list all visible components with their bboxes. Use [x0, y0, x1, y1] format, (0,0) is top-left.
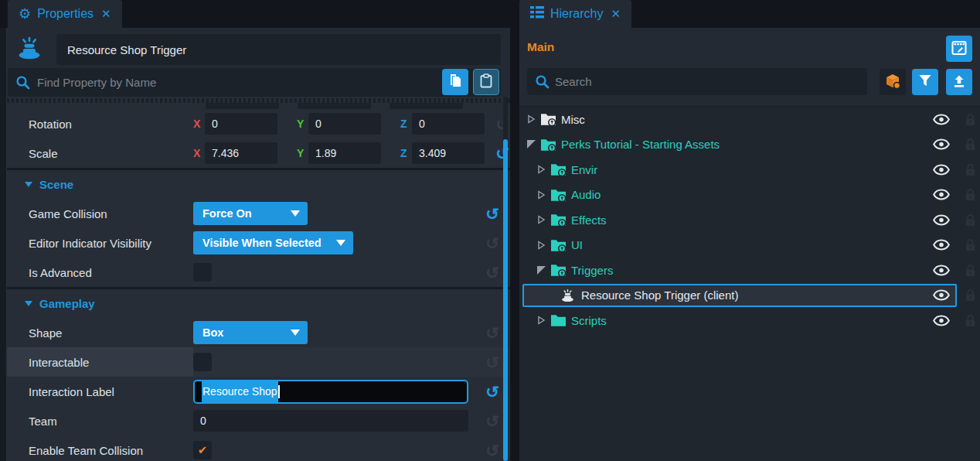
text-input-focused[interactable]: Resource Shop	[193, 380, 468, 404]
property-search-input[interactable]	[8, 68, 501, 97]
tree-item-label: Audio	[571, 188, 601, 201]
expand-collapsed-icon[interactable]	[527, 114, 540, 124]
tree-item-scripts[interactable]: Scripts	[519, 308, 980, 333]
tree-item-triggers[interactable]: Triggers	[519, 258, 980, 283]
visibility-eye-icon[interactable]	[932, 239, 951, 251]
property-row: Editor Indicator Visibility Visible When…	[7, 228, 510, 258]
property-label: Rotation	[7, 109, 193, 138]
scene-manager-button[interactable]	[946, 36, 972, 62]
property-list: Rotation X 0 Y 0 Z 0↺Scale X 7.436 Y 1.8…	[7, 97, 510, 461]
filter-button[interactable]	[912, 69, 938, 95]
properties-panel: Rotation X 0 Y 0 Z 0↺Scale X 7.436 Y 1.8…	[0, 28, 510, 461]
checkbox[interactable]	[193, 263, 212, 282]
hierarchy-search-row	[527, 68, 867, 95]
lock-icon[interactable]	[961, 188, 978, 201]
visibility-eye-icon[interactable]	[932, 189, 951, 200]
visibility-eye-icon[interactable]	[932, 289, 951, 301]
folder-icon	[550, 313, 571, 327]
x-value-input[interactable]: 0	[205, 113, 277, 135]
property-search-row	[7, 68, 510, 97]
cube-icon	[884, 73, 901, 92]
expand-expanded-icon[interactable]	[537, 266, 550, 275]
lock-icon[interactable]	[961, 264, 978, 277]
folder-network-icon	[550, 162, 571, 176]
tree-item-label: Scripts	[571, 314, 607, 327]
copy-icon	[448, 73, 462, 91]
expand-collapsed-icon[interactable]	[537, 241, 550, 250]
checkbox[interactable]	[193, 353, 212, 371]
copy-properties-button[interactable]	[442, 69, 468, 95]
section-title: Gameplay	[39, 297, 95, 310]
expand-collapsed-icon[interactable]	[537, 165, 550, 174]
visibility-eye-icon[interactable]	[932, 114, 951, 125]
property-row: Team 0↺	[7, 406, 510, 435]
expand-collapsed-icon[interactable]	[537, 190, 550, 200]
lock-icon[interactable]	[961, 138, 978, 151]
y-value-input[interactable]: 0	[308, 113, 381, 135]
folder-network-icon	[540, 138, 561, 152]
properties-scrollbar[interactable]	[503, 97, 508, 461]
z-value-input[interactable]: 3.409	[412, 142, 485, 164]
property-row: Rotation X 0 Y 0 Z 0↺	[7, 109, 510, 138]
expand-collapsed-icon[interactable]	[537, 215, 550, 224]
lock-icon[interactable]	[961, 314, 978, 327]
tab-properties[interactable]: ⚙ Properties ✕	[8, 0, 122, 28]
y-value-input[interactable]: 1.89	[308, 142, 381, 164]
folder-network-icon	[540, 112, 561, 126]
z-value-input[interactable]: 0	[412, 113, 485, 135]
property-label: Is Advanced	[7, 258, 193, 287]
lock-icon[interactable]	[961, 238, 978, 251]
hierarchy-panel: Main	[519, 28, 980, 461]
tree-item-audio[interactable]: Audio	[519, 183, 980, 208]
dropdown-value: Force On	[202, 207, 252, 220]
close-icon[interactable]: ✕	[611, 7, 621, 21]
object-name-input[interactable]	[56, 34, 501, 65]
scrollbar-thumb[interactable]	[503, 139, 508, 461]
selected-text: Resource Shop	[202, 381, 278, 402]
visibility-eye-icon[interactable]	[932, 164, 951, 176]
dropdown[interactable]: Visible When Selected	[193, 231, 353, 254]
check-icon: ✔	[198, 443, 208, 457]
property-label: Interaction Label	[7, 377, 193, 406]
lock-icon[interactable]	[961, 113, 978, 126]
chevron-down-icon	[336, 240, 345, 246]
search-icon	[535, 74, 550, 91]
lock-icon[interactable]	[961, 289, 978, 302]
tree-item-resource-shop-trigger-client[interactable]: Resource Shop Trigger (client)	[519, 283, 980, 309]
axis-z-label: Z	[400, 147, 411, 159]
property-row: Enable Team Collision ✔↺	[7, 435, 510, 461]
expand-expanded-icon[interactable]	[527, 140, 540, 149]
section-header-gameplay[interactable]: Gameplay	[7, 289, 510, 318]
lock-icon[interactable]	[961, 163, 978, 176]
dropdown[interactable]: Force On	[193, 202, 308, 225]
scene-rocket-icon	[951, 40, 967, 58]
property-label: Editor Indicator Visibility	[7, 228, 193, 258]
tree-item-misc[interactable]: Misc	[519, 107, 980, 132]
networked-objects-button[interactable]	[880, 69, 906, 95]
dropdown[interactable]: Box	[193, 321, 308, 344]
close-icon[interactable]: ✕	[101, 7, 111, 21]
text-input[interactable]: 0	[193, 410, 468, 432]
section-header-scene[interactable]: Scene	[7, 170, 510, 199]
panel-edge-strip	[0, 28, 7, 461]
hierarchy-search-input[interactable]	[527, 68, 867, 95]
tree-item-envir[interactable]: Envir	[519, 157, 980, 183]
visibility-eye-icon[interactable]	[932, 265, 951, 276]
expand-collapsed-icon[interactable]	[537, 316, 550, 325]
tree-item-ui[interactable]: UI	[519, 233, 980, 258]
tree-item-effects[interactable]: Effects	[519, 207, 980, 233]
tree-item-perks-tutorial-starting-assets[interactable]: Perks Tutorial - Starting Assets	[519, 132, 980, 158]
checkbox[interactable]: ✔	[193, 441, 212, 459]
property-label: Enable Team Collision	[7, 435, 193, 461]
export-button[interactable]	[946, 69, 972, 95]
visibility-eye-icon[interactable]	[932, 138, 951, 150]
visibility-eye-icon[interactable]	[932, 214, 951, 226]
lock-icon[interactable]	[961, 213, 978, 227]
visibility-eye-icon[interactable]	[932, 315, 951, 326]
property-row: Shape Box ↺	[7, 318, 510, 347]
tab-hierarchy[interactable]: Hierarchy ✕	[519, 0, 631, 28]
x-value-input[interactable]: 7.436	[205, 142, 277, 164]
paste-properties-button[interactable]	[473, 69, 499, 95]
property-row: Game Collision Force On ↺	[7, 199, 510, 228]
filter-icon	[918, 74, 932, 90]
